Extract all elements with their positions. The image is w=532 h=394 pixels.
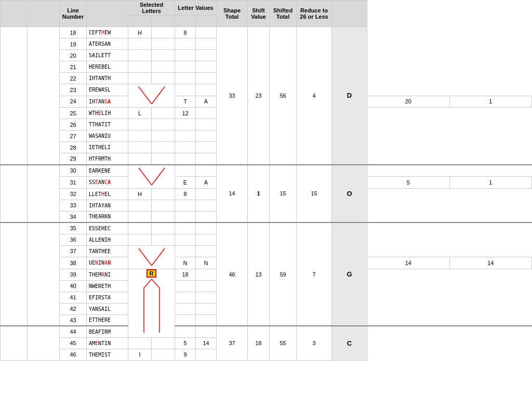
- cell-sel1: [128, 165, 175, 189]
- header-letter-values: Letter Values: [175, 1, 217, 16]
- header-sel1: [128, 16, 152, 27]
- header-line-number: LineNumber: [60, 1, 87, 27]
- cell-sel2: [152, 108, 175, 119]
- cell-shifted-total: 15: [270, 165, 297, 223]
- cell-line-number: 25: [60, 108, 87, 119]
- cell-sel1-e: E: [175, 176, 196, 188]
- cell-sel2: [152, 142, 175, 153]
- cell-decoded: D: [332, 27, 367, 165]
- table-body: 18CEFTHEWH83323564D19ATERSAN20SAILETT21H…: [1, 27, 532, 361]
- cell-sel2: [152, 337, 175, 349]
- cell-lv2: [196, 50, 217, 61]
- cell-text: NWERETH: [87, 280, 128, 292]
- cell-sel2: [152, 38, 175, 50]
- cell-lv2: [196, 165, 217, 177]
- header-sel2: [152, 16, 175, 27]
- cell-lv1: [175, 153, 196, 165]
- cell-lv2: [196, 61, 217, 73]
- cell-sel1: [128, 142, 152, 153]
- cell-lv2: [196, 292, 217, 303]
- cell-lv1: 18: [175, 269, 196, 280]
- svg-line-7: [152, 279, 159, 288]
- cell-lv2: [196, 38, 217, 50]
- cell-text: EARKENE: [87, 165, 128, 177]
- cell-shifted-total: 59: [270, 222, 297, 326]
- cell-sel1: H: [128, 188, 152, 200]
- cell-text: THEMRNI: [87, 269, 128, 280]
- cell-sel1: [128, 200, 152, 211]
- cell-text: ETTHERE: [87, 314, 128, 326]
- cell-lv1: 9: [175, 349, 196, 360]
- cell-lv1: 12: [175, 108, 196, 119]
- cell-lv2: [196, 222, 217, 234]
- cell-lv1: [175, 38, 196, 50]
- table-row: 44BEAFIRM3718553C: [1, 326, 532, 337]
- cell-lv1: [175, 200, 196, 211]
- cell-sel2-a: A: [196, 176, 217, 188]
- cell-line-number: 27: [60, 130, 87, 142]
- cell-text: THEARKN: [87, 211, 128, 222]
- cell-text: EFIRSTA: [87, 292, 128, 303]
- cell-lv2: 14: [196, 337, 217, 349]
- cell-number: [1, 222, 28, 326]
- cell-lv2: [196, 84, 217, 96]
- main-table-wrapper: LineNumber SelectedLetters Letter Values…: [0, 0, 532, 361]
- table-row: 30EARKENE 1411515O: [1, 165, 532, 177]
- cell-line-number: 38: [60, 257, 87, 269]
- cell-line-number: 31: [60, 176, 87, 188]
- cell-line-number: 35: [60, 222, 87, 234]
- cell-line-number: 34: [60, 211, 87, 222]
- cell-number: [1, 326, 28, 360]
- cell-reduce: 4: [297, 27, 332, 165]
- cell-lv1: [175, 119, 196, 130]
- header-text: [87, 1, 128, 27]
- svg-line-1: [152, 87, 165, 104]
- cell-sel2: [152, 119, 175, 130]
- cell-line-number: 36: [60, 234, 87, 245]
- header-number: [1, 1, 28, 27]
- cell-text: TANTHEE: [87, 245, 128, 257]
- cell-lv1: 8: [175, 188, 196, 200]
- cell-sel1-r: R: [128, 269, 175, 337]
- cell-sel1: [128, 245, 175, 269]
- cell-lv2: [196, 280, 217, 292]
- cell-sel2-n: N: [196, 257, 217, 269]
- cell-line-number: 20: [60, 50, 87, 61]
- cell-line-number: 40: [60, 280, 87, 292]
- cell-sel2: [152, 27, 175, 38]
- cell-lv2: 1: [449, 176, 532, 188]
- header-lv1: [175, 16, 196, 27]
- cell-lv2: [196, 108, 217, 119]
- cell-text: ALLENIH: [87, 234, 128, 245]
- header-shifted-total: ShiftedTotal: [270, 1, 297, 27]
- cell-line-number: 28: [60, 142, 87, 153]
- cell-sel2: [152, 234, 175, 245]
- cell-sel1: [128, 211, 152, 222]
- cell-lv2: 1: [449, 96, 532, 108]
- cell-shape-total: 33: [217, 27, 248, 165]
- cell-shape: [28, 165, 60, 223]
- cell-line-number: 45: [60, 337, 87, 349]
- cell-text: CEFTHEW: [87, 27, 128, 38]
- svg-line-4: [139, 248, 152, 266]
- cell-lv2: [196, 73, 217, 84]
- cell-sel2: [152, 349, 175, 360]
- cell-sel1: [128, 73, 152, 84]
- cell-sel1: [128, 222, 152, 234]
- cell-sel2: [152, 200, 175, 211]
- cell-lv1: [175, 326, 196, 337]
- svg-line-0: [139, 87, 152, 104]
- cell-lv1: [175, 211, 196, 222]
- cell-sel1: L: [128, 108, 152, 119]
- cell-lv1: [175, 280, 196, 292]
- table-row: 18CEFTHEWH83323564D: [1, 27, 532, 38]
- cell-text: ATERSAN: [87, 38, 128, 50]
- header-shape: [28, 1, 60, 27]
- header-shift-value: ShiftValue: [248, 1, 270, 27]
- cell-line-number: 46: [60, 349, 87, 360]
- cell-sel2: [152, 211, 175, 222]
- cell-lv1: 5: [367, 176, 449, 188]
- cell-lv1: [175, 314, 196, 326]
- cell-line-number: 21: [60, 61, 87, 73]
- cell-lv2: 14: [449, 257, 532, 269]
